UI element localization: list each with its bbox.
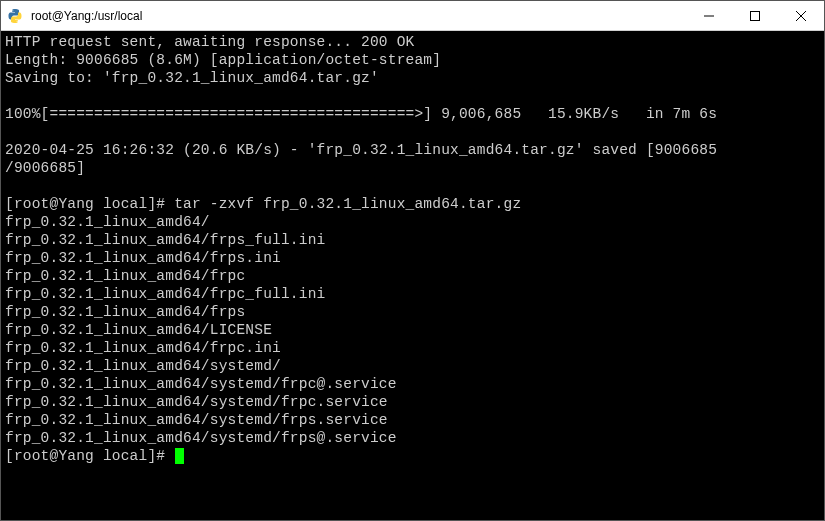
close-button[interactable] [778, 1, 824, 30]
maximize-button[interactable] [732, 1, 778, 30]
terminal-output[interactable]: HTTP request sent, awaiting response... … [1, 31, 824, 520]
titlebar[interactable]: root@Yang:/usr/local [1, 1, 824, 31]
cursor [175, 448, 184, 464]
prompt: [root@Yang local]# [5, 448, 174, 464]
minimize-button[interactable] [686, 1, 732, 30]
window-title: root@Yang:/usr/local [29, 9, 686, 23]
python-icon [1, 8, 29, 24]
svg-rect-1 [751, 11, 760, 20]
window-controls [686, 1, 824, 30]
window: root@Yang:/usr/local HTTP request sent, … [0, 0, 825, 521]
